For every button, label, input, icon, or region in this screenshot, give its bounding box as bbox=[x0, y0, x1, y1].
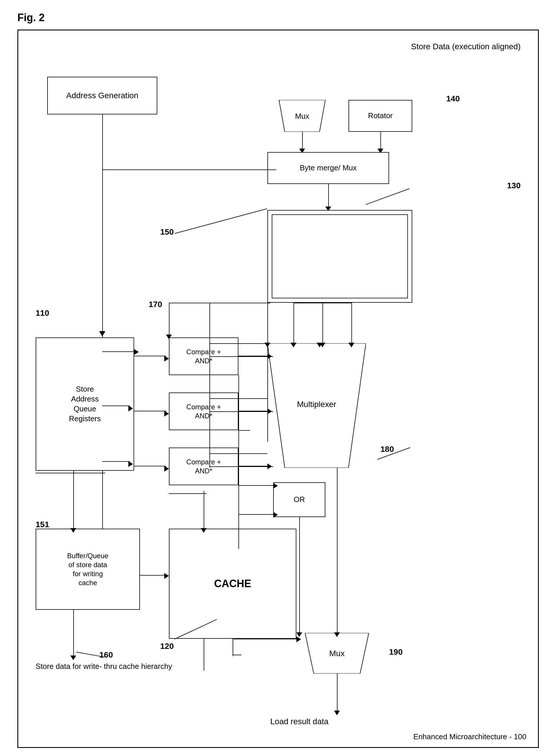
address-gen-box: Address Generation bbox=[47, 77, 157, 115]
mux-top: Mux bbox=[273, 100, 331, 132]
buffer-queue-box: Buffer/Queue of store data for writing c… bbox=[36, 529, 140, 610]
footer-label: Enhanced Microarchitecture - 100 bbox=[414, 732, 526, 741]
ref-150: 150 bbox=[160, 227, 174, 237]
ref-170: 170 bbox=[148, 300, 162, 309]
store-addr-box: Store Address Queue Registers bbox=[36, 338, 134, 471]
ref-190: 190 bbox=[389, 647, 403, 657]
multiplexer: Multiplexer bbox=[267, 343, 366, 468]
rotator-box: Rotator bbox=[348, 100, 412, 132]
ref-180: 180 bbox=[380, 445, 394, 454]
store-data-writethru-label: Store data for write- thru cache hierarc… bbox=[36, 662, 172, 671]
ref-151-label: 151 bbox=[36, 520, 49, 529]
ref-110-label: 110 bbox=[36, 308, 49, 318]
byte-merge-box: Byte merge/ Mux bbox=[267, 152, 389, 184]
ref-120: 120 bbox=[160, 642, 174, 651]
ref-130: 130 bbox=[507, 181, 521, 190]
or-box: OR bbox=[273, 482, 325, 517]
ref-140: 140 bbox=[446, 94, 460, 103]
cache-box: CACHE bbox=[169, 529, 296, 639]
fig-title: Fig. 2 bbox=[17, 12, 543, 24]
store-data-queue-inner bbox=[272, 215, 408, 298]
mux-bottom: Mux bbox=[296, 633, 378, 673]
svg-text:Multiplexer: Multiplexer bbox=[297, 400, 336, 409]
ref-160: 160 bbox=[99, 650, 113, 659]
diagram-outer: Store Data (execution aligned) Address G… bbox=[17, 29, 539, 748]
load-result-label: Load result data bbox=[270, 717, 328, 726]
store-data-label: Store Data (execution aligned) bbox=[411, 42, 521, 51]
svg-text:Mux: Mux bbox=[295, 112, 309, 121]
svg-text:Mux: Mux bbox=[329, 649, 345, 658]
